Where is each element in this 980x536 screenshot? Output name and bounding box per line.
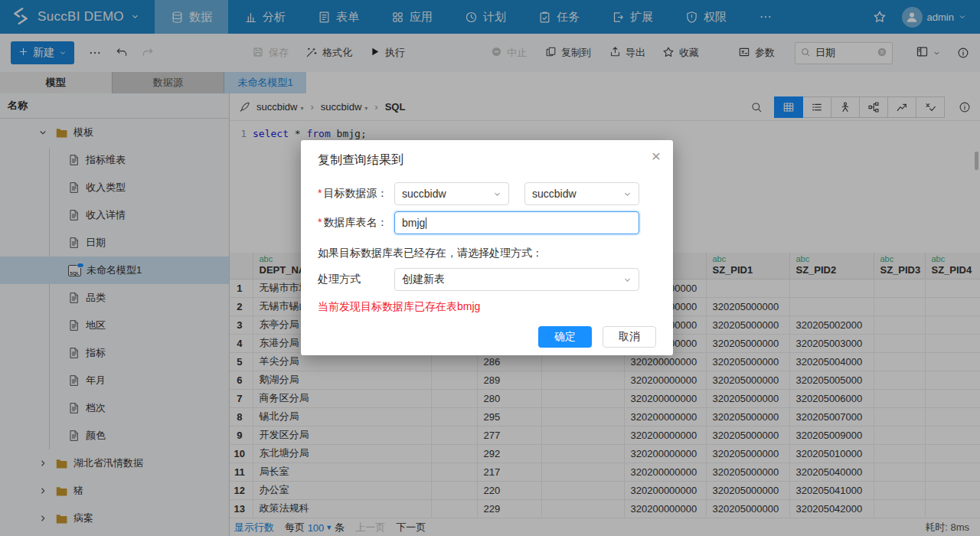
mode-select[interactable]: 创建新表 [394,268,639,291]
table-name-label: *数据库表名： [318,216,394,230]
close-icon[interactable]: × [652,148,661,164]
target-datasource-label: *目标数据源： [318,187,394,201]
ok-button[interactable]: 确定 [538,326,592,348]
chevdown-icon [493,190,501,198]
exists-hint: 如果目标数据库表已经存在，请选择处理方式： [318,247,656,260]
datasource-select-1[interactable]: succbidw [394,182,509,205]
text-caret [426,217,426,229]
table-name-input[interactable]: bmjg [394,211,639,234]
modal-copy-results: 复制查询结果到 × *目标数据源： succbidw succbidw *数据库… [301,140,673,355]
chevdown-icon [623,190,632,198]
chevdown-icon [623,276,632,284]
mode-label: 处理方式 [318,273,394,286]
warning-text: 当前发现目标数据库已存在表bmjg [318,300,656,314]
modal-title: 复制查询结果到 [318,152,656,168]
cancel-button[interactable]: 取消 [603,326,656,348]
datasource-select-2[interactable]: succbidw [524,182,639,205]
